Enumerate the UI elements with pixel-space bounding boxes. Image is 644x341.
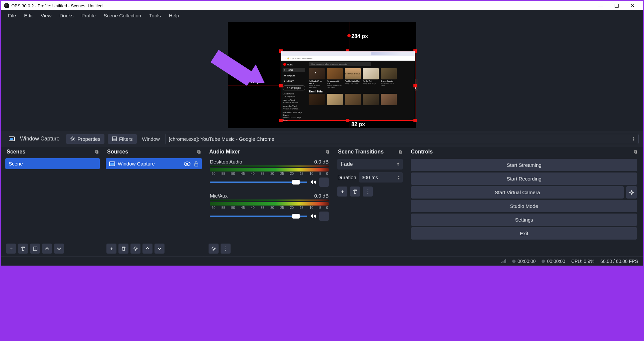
crop-handle-br[interactable] (413, 119, 417, 122)
lock-toggle[interactable] (194, 161, 199, 166)
scene-remove-button[interactable] (18, 244, 28, 254)
mixer-advanced-button[interactable] (209, 244, 219, 254)
crop-handle-mr[interactable] (413, 84, 417, 87)
controls-title: Controls (411, 149, 433, 155)
scene-add-button[interactable]: ＋ (6, 244, 16, 254)
obs-logo-icon (4, 3, 9, 8)
fps-status: 60.00 / 60.00 FPS (600, 259, 638, 264)
settings-button[interactable]: Settings (411, 214, 637, 226)
transition-remove-button[interactable] (350, 187, 360, 197)
svg-point-1 (72, 138, 74, 140)
mixer-ch2-meter (210, 200, 329, 201)
source-up-button[interactable] (142, 244, 152, 254)
start-streaming-button[interactable]: Start Streaming (411, 159, 637, 171)
titlebar: OBS 30.0.2 - Profile: Untitled - Scenes:… (1, 1, 643, 10)
duration-input[interactable]: 300 ms▲▼ (359, 172, 403, 183)
source-item[interactable]: Window Capture (106, 158, 202, 169)
source-properties-button[interactable] (130, 244, 140, 254)
menu-tools[interactable]: Tools (145, 11, 165, 20)
scenes-dock: Scenes⧉ Scene ＋ (3, 147, 102, 256)
source-toolbar: Window Capture Properties Filters Window… (1, 131, 643, 147)
captured-source[interactable]: ⟳🔒 https://music.youtube.com Music ⌂Home… (281, 51, 415, 121)
source-add-button[interactable]: ＋ (106, 244, 116, 254)
filters-button[interactable]: Filters (108, 134, 137, 144)
svg-point-12 (631, 192, 633, 194)
preview-area[interactable]: 284 px 547 px 82 px 2 px ⟳🔒 https://musi… (1, 21, 643, 131)
scene-down-button[interactable] (54, 244, 64, 254)
mixer-ch1-slider[interactable] (210, 182, 307, 183)
mixer-scale-1: -60-55-50-45-40-35-30-25-20-15-10-50 (210, 172, 329, 176)
maximize-button[interactable] (609, 2, 624, 10)
menu-view[interactable]: View (37, 11, 55, 20)
preview-canvas[interactable]: 284 px 547 px 82 px 2 px ⟳🔒 https://musi… (228, 22, 416, 128)
window-dropdown[interactable]: [chrome.exe]: YouTube Music - Google Chr… (165, 134, 639, 144)
window-capture-icon (109, 161, 115, 166)
stream-dot-icon (512, 260, 516, 263)
chevron-updown-icon: ▲▼ (394, 162, 399, 166)
mixer-menu-button[interactable]: ⋮ (221, 244, 231, 254)
crop-handle-top[interactable] (347, 34, 351, 37)
sources-dock: Sources⧉ Window Capture ＋ (104, 147, 204, 256)
menu-file[interactable]: File (4, 11, 20, 20)
minimize-button[interactable]: — (593, 2, 608, 10)
mixer-ch2-name: Mic/Aux (210, 193, 228, 199)
transition-menu-button[interactable]: ⋮ (363, 187, 373, 197)
mixer-ch2-slider[interactable] (210, 216, 307, 217)
record-dot-icon (542, 260, 545, 263)
menu-edit[interactable]: Edit (20, 11, 37, 20)
start-vcam-button[interactable]: Start Virtual Camera (411, 186, 624, 199)
crop-handle-bm[interactable] (346, 119, 349, 122)
source-down-button[interactable] (154, 244, 165, 254)
controls-dock: Controls⧉ Start Streaming Start Recordin… (407, 147, 641, 256)
menu-help[interactable]: Help (165, 11, 183, 20)
mixer-popout-icon[interactable]: ⧉ (326, 149, 329, 155)
menu-docks[interactable]: Docks (55, 11, 77, 20)
visibility-toggle[interactable] (184, 161, 191, 166)
svg-point-10 (135, 248, 136, 250)
mixer-title: Audio Mixer (209, 149, 240, 155)
scene-filter-button[interactable] (30, 244, 40, 254)
ytm-search: Search songs, albums, artists, podcasts (309, 62, 371, 66)
mixer-ch2-mute[interactable] (310, 214, 317, 219)
mixer-ch1-mute[interactable] (310, 180, 317, 185)
menu-profile[interactable]: Profile (77, 11, 100, 20)
selected-source-chip: Window Capture (5, 134, 63, 143)
vcam-settings-button[interactable] (626, 186, 637, 199)
crop-handle-ml[interactable] (279, 84, 283, 87)
mixer-ch2-menu[interactable]: ⋮ (319, 212, 329, 221)
mixer-ch1-meter (210, 165, 329, 167)
start-recording-button[interactable]: Start Recording (411, 173, 637, 185)
ytm-nav-library: ♪Library (283, 79, 305, 83)
exit-button[interactable]: Exit (411, 227, 637, 240)
mixer-ch1-name: Desktop Audio (210, 159, 242, 164)
crop-label-bottom: 82 px (351, 121, 365, 127)
window-capture-icon (9, 136, 15, 141)
menubar: File Edit View Docks Profile Scene Colle… (1, 10, 643, 21)
scene-up-button[interactable] (42, 244, 52, 254)
transition-select[interactable]: Fade▲▼ (337, 159, 403, 169)
crop-handle-bl[interactable] (279, 119, 283, 122)
scenes-title: Scenes (7, 149, 25, 155)
controls-popout-icon[interactable]: ⧉ (634, 149, 637, 155)
mixer-ch1-menu[interactable]: ⋮ (319, 178, 329, 187)
menu-scene-collection[interactable]: Scene Collection (100, 11, 145, 20)
mixer-ch2-db: 0.0 dB (314, 193, 329, 199)
scene-item[interactable]: Scene (5, 158, 100, 169)
mixer-scale-2: -60-55-50-45-40-35-30-25-20-15-10-50 (210, 206, 329, 210)
source-remove-button[interactable] (118, 244, 128, 254)
mixer-ch1-meter2 (210, 168, 329, 172)
svg-point-8 (186, 163, 188, 165)
properties-button[interactable]: Properties (66, 134, 104, 144)
stream-status: 00:00:00 (512, 259, 536, 264)
sources-popout-icon[interactable]: ⧉ (197, 149, 201, 155)
studio-mode-button[interactable]: Studio Mode (411, 200, 637, 212)
chevron-updown-icon: ▲▼ (395, 175, 400, 180)
scenes-popout-icon[interactable]: ⧉ (95, 149, 98, 155)
close-button[interactable]: ✕ (625, 2, 640, 10)
window-title: OBS 30.0.2 - Profile: Untitled - Scenes:… (11, 3, 591, 8)
transitions-popout-icon[interactable]: ⧉ (399, 149, 402, 155)
ytm-nav-home: ⌂Home (283, 68, 305, 72)
transitions-title: Scene Transitions (338, 149, 384, 155)
svg-rect-0 (615, 4, 618, 7)
transition-add-button[interactable]: ＋ (337, 187, 347, 197)
